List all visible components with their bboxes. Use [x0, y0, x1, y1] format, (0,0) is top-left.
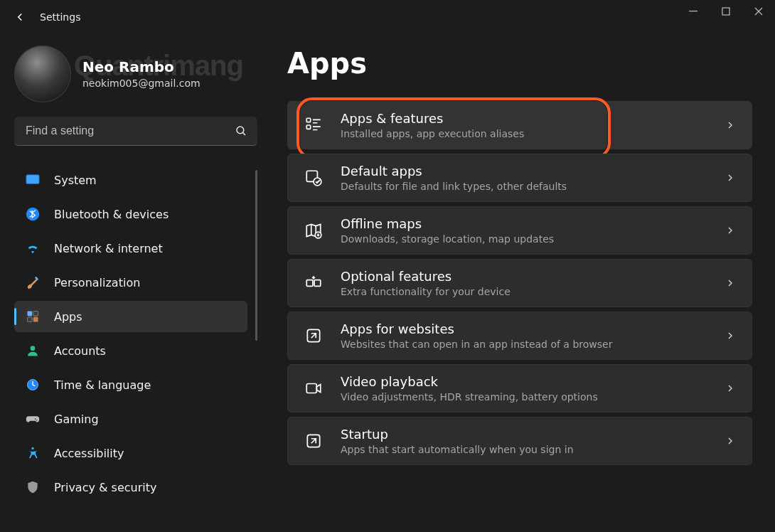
chevron-right-icon: [725, 119, 736, 131]
card-subtitle: Apps that start automatically when you s…: [341, 444, 707, 455]
card-subtitle: Installed apps, app execution aliases: [341, 128, 707, 139]
accessibility-icon: [24, 445, 41, 462]
card-default-apps[interactable]: Default apps Defaults for file and link …: [287, 154, 752, 202]
sidebar-item-label: Accounts: [54, 344, 106, 358]
close-icon: [754, 7, 763, 16]
card-title: Video playback: [341, 374, 707, 390]
svg-point-14: [36, 420, 38, 421]
card-startup[interactable]: Startup Apps that start automatically wh…: [287, 417, 752, 465]
card-subtitle: Websites that can open in an app instead…: [341, 339, 707, 350]
svg-rect-22: [314, 280, 321, 287]
card-apps-features[interactable]: Apps & features Installed apps, app exec…: [287, 101, 752, 149]
sidebar-item-bluetooth[interactable]: Bluetooth & devices: [14, 198, 247, 230]
sidebar-item-label: System: [54, 174, 97, 187]
svg-rect-16: [306, 118, 310, 122]
sidebar-item-label: Privacy & security: [54, 481, 156, 494]
default-apps-icon: [304, 168, 324, 188]
sidebar-item-label: Network & internet: [54, 242, 163, 255]
chevron-right-icon: [725, 172, 736, 183]
card-title: Apps for websites: [341, 321, 707, 338]
sidebar-item-privacy[interactable]: Privacy & security: [14, 472, 247, 503]
svg-rect-3: [26, 175, 39, 184]
card-title: Optional features: [341, 269, 707, 285]
apps-icon: [24, 308, 41, 325]
sidebar-item-accounts[interactable]: Accounts: [14, 335, 247, 366]
close-button[interactable]: [742, 0, 775, 23]
svg-rect-7: [33, 312, 38, 316]
content-area: Apps Apps & features Installed apps, app…: [270, 34, 775, 532]
card-video-playback[interactable]: Video playback Video adjustments, HDR st…: [287, 364, 752, 413]
card-subtitle: Defaults for file and link types, other …: [341, 181, 707, 192]
sidebar-item-network[interactable]: Network & internet: [14, 233, 247, 264]
card-subtitle: Downloads, storage location, map updates: [341, 233, 707, 245]
search-input[interactable]: [24, 124, 235, 138]
apps-features-icon: [304, 115, 324, 135]
avatar: [14, 46, 71, 102]
card-subtitle: Extra functionality for your device: [341, 286, 707, 297]
card-subtitle: Video adjustments, HDR streaming, batter…: [341, 391, 707, 403]
profile-email: neokim005@gmail.com: [82, 78, 201, 89]
card-apps-for-websites[interactable]: Apps for websites Websites that can open…: [287, 312, 752, 360]
chevron-right-icon: [725, 330, 736, 341]
apps-for-websites-icon: [304, 326, 324, 346]
sidebar: Neo Rambo neokim005@gmail.com Quantriman…: [0, 34, 270, 532]
sidebar-item-accessibility[interactable]: Accessibility: [14, 437, 247, 469]
card-title: Offline maps: [341, 216, 707, 233]
bluetooth-icon: [24, 206, 41, 223]
search-icon: [235, 124, 247, 137]
app-title: Settings: [40, 11, 80, 23]
chevron-right-icon: [725, 435, 736, 447]
sidebar-item-personalization[interactable]: Personalization: [14, 267, 247, 298]
svg-rect-24: [306, 384, 316, 393]
sidebar-item-label: Time & language: [54, 378, 151, 392]
system-icon: [24, 171, 41, 188]
sidebar-item-label: Personalization: [54, 276, 140, 289]
svg-point-5: [26, 208, 39, 220]
startup-icon: [304, 431, 324, 451]
chevron-right-icon: [725, 277, 736, 289]
svg-point-13: [35, 418, 36, 420]
svg-rect-9: [33, 317, 38, 322]
sidebar-item-time-language[interactable]: Time & language: [14, 369, 247, 400]
svg-point-2: [237, 127, 244, 134]
search-box[interactable]: [14, 117, 257, 146]
svg-rect-6: [28, 312, 33, 316]
sidebar-item-label: Accessibility: [54, 447, 124, 460]
card-title: Apps & features: [341, 111, 707, 127]
back-icon: [14, 11, 26, 23]
svg-rect-21: [306, 280, 313, 287]
paintbrush-icon: [24, 274, 41, 291]
minimize-button[interactable]: [677, 0, 710, 23]
sidebar-item-gaming[interactable]: Gaming: [14, 403, 247, 435]
video-playback-icon: [304, 378, 324, 398]
clock-globe-icon: [24, 376, 41, 393]
svg-point-10: [31, 346, 36, 351]
svg-point-15: [31, 447, 33, 449]
profile-name: Neo Rambo: [82, 59, 201, 75]
svg-rect-8: [28, 317, 33, 322]
card-title: Startup: [341, 427, 707, 443]
card-title: Default apps: [341, 164, 707, 180]
shield-icon: [24, 479, 41, 496]
optional-features-icon: [304, 273, 324, 293]
sidebar-item-apps[interactable]: Apps: [14, 301, 247, 332]
accounts-icon: [24, 342, 41, 359]
maximize-icon: [722, 7, 730, 16]
svg-rect-17: [306, 125, 310, 129]
card-offline-maps[interactable]: Offline maps Downloads, storage location…: [287, 206, 752, 255]
nav: System Bluetooth & devices Network & int…: [14, 164, 257, 503]
wifi-icon: [24, 240, 41, 257]
offline-maps-icon: [304, 220, 324, 240]
card-optional-features[interactable]: Optional features Extra functionality fo…: [287, 259, 752, 307]
chevron-right-icon: [725, 383, 736, 394]
svg-rect-0: [689, 11, 698, 11]
sidebar-item-system[interactable]: System: [14, 164, 247, 196]
back-button[interactable]: [0, 0, 40, 34]
maximize-button[interactable]: [710, 0, 742, 23]
profile-block[interactable]: Neo Rambo neokim005@gmail.com Quantriman…: [14, 46, 257, 102]
svg-rect-1: [722, 8, 729, 15]
settings-cards: Apps & features Installed apps, app exec…: [287, 101, 752, 465]
chevron-right-icon: [725, 225, 736, 236]
titlebar: Settings: [0, 0, 775, 34]
sidebar-item-label: Apps: [54, 310, 82, 324]
